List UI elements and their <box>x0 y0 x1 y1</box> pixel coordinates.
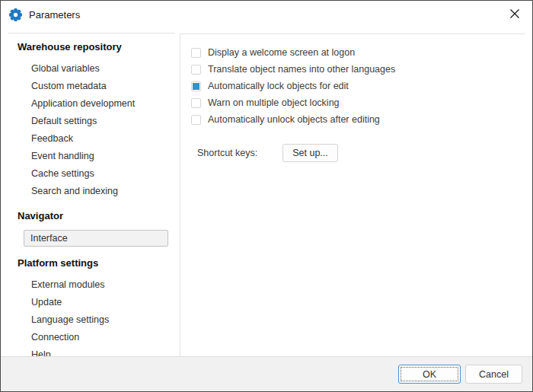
sidebar-header-navigator: Navigator <box>8 204 175 228</box>
close-icon <box>509 8 520 21</box>
title-bar: Parameters <box>1 1 532 28</box>
sidebar-section-platform-settings: Platform settings External modules Updat… <box>8 251 175 363</box>
set-up-button[interactable]: Set up... <box>282 144 338 162</box>
sidebar-header-warehouse-repository: Warehouse repository <box>8 35 175 59</box>
auto-unlock-checkbox[interactable] <box>191 115 201 125</box>
sidebar-item-custom-metadata[interactable]: Custom metadata <box>8 77 175 94</box>
sidebar-item-cache-settings[interactable]: Cache settings <box>8 164 175 182</box>
sidebar-section-warehouse-repository: Warehouse repository Global variables Cu… <box>8 35 175 199</box>
checkbox-label: Translate object names into other langua… <box>208 64 395 75</box>
parameters-dialog: Parameters Warehouse repository Global v… <box>0 0 533 392</box>
window-title: Parameters <box>29 9 80 21</box>
dialog-footer: OK Cancel <box>1 356 532 391</box>
checkbox-label: Warn on multiple object locking <box>208 97 340 108</box>
checkbox-label: Display a welcome screen at logon <box>208 47 355 58</box>
settings-sidebar: Warehouse repository Global variables Cu… <box>8 33 175 357</box>
checkbox-row: Warn on multiple object locking <box>191 94 525 111</box>
interface-settings-pane: Display a welcome screen at logon Transl… <box>180 33 525 357</box>
translate-names-checkbox[interactable] <box>191 65 201 75</box>
shortcut-keys-row: Shortcut keys: Set up... <box>191 144 525 162</box>
sidebar-item-update[interactable]: Update <box>8 293 175 311</box>
cancel-button[interactable]: Cancel <box>465 365 522 384</box>
sidebar-item-application-development[interactable]: Application development <box>8 94 175 112</box>
sidebar-item-connection[interactable]: Connection <box>8 328 175 346</box>
gear-icon <box>9 8 22 21</box>
checkbox-label: Automatically lock objects for edit <box>208 81 349 91</box>
auto-lock-checkbox[interactable] <box>191 81 201 91</box>
sidebar-item-global-variables[interactable]: Global variables <box>8 59 175 77</box>
checkbox-row: Display a welcome screen at logon <box>191 44 525 61</box>
sidebar-item-default-settings[interactable]: Default settings <box>8 112 175 129</box>
sidebar-item-feedback[interactable]: Feedback <box>8 129 175 147</box>
sidebar-item-language-settings[interactable]: Language settings <box>8 311 175 328</box>
checkbox-row: Translate object names into other langua… <box>191 61 525 78</box>
sidebar-item-event-handling[interactable]: Event handling <box>8 147 175 164</box>
welcome-screen-checkbox[interactable] <box>191 48 201 58</box>
sidebar-item-external-modules[interactable]: External modules <box>8 276 175 293</box>
ok-button[interactable]: OK <box>398 365 461 384</box>
checkbox-row: Automatically unlock objects after editi… <box>191 111 525 128</box>
warn-multiple-lock-checkbox[interactable] <box>191 98 201 108</box>
sidebar-item-search-and-indexing[interactable]: Search and indexing <box>8 182 175 199</box>
shortcut-keys-label: Shortcut keys: <box>197 148 282 158</box>
close-button[interactable] <box>497 1 532 28</box>
sidebar-section-navigator: Navigator Interface <box>8 204 175 247</box>
sidebar-item-interface[interactable]: Interface <box>24 230 168 247</box>
sidebar-header-platform-settings: Platform settings <box>8 251 175 276</box>
checkbox-label: Automatically unlock objects after editi… <box>208 114 380 125</box>
checkbox-row: Automatically lock objects for edit <box>191 78 525 94</box>
